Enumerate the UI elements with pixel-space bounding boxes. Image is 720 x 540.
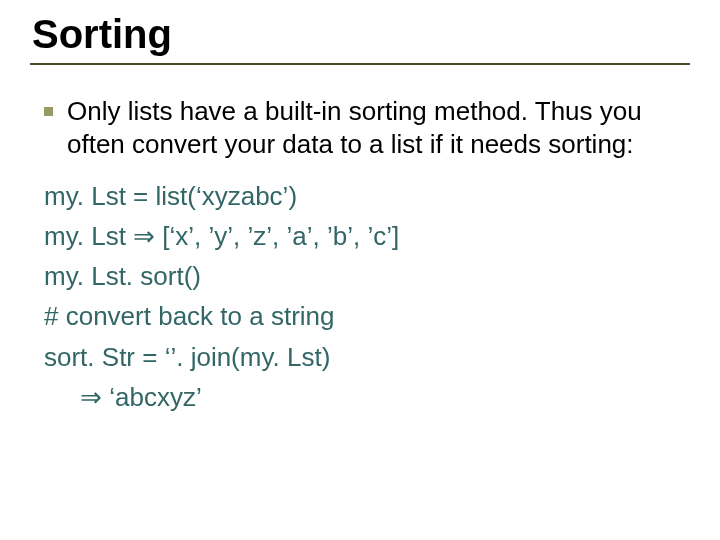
code-line-5: sort. Str = ‘’. join(my. Lst) [44, 337, 680, 377]
slide-title: Sorting [30, 12, 690, 57]
code-line-2: my. Lst ⇒ [‘x’, ’y’, ’z’, ’a’, ’b’, ’c’] [44, 216, 680, 256]
bullet-text: Only lists have a built-in sorting metho… [67, 95, 680, 162]
code-line-4: # convert back to a string [44, 296, 680, 336]
code-block: my. Lst = list(‘xyzabc’) my. Lst ⇒ [‘x’,… [44, 176, 680, 418]
slide-body: Only lists have a built-in sorting metho… [30, 95, 690, 417]
bullet-item: Only lists have a built-in sorting metho… [44, 95, 680, 162]
code-line-3: my. Lst. sort() [44, 256, 680, 296]
square-bullet-icon [44, 107, 53, 116]
code-line-6-text: ‘abcxyz’ [102, 382, 202, 412]
title-rule: Sorting [30, 12, 690, 65]
slide: Sorting Only lists have a built-in sorti… [0, 0, 720, 540]
code-line-6: ⇒ ‘abcxyz’ [44, 377, 680, 417]
code-line-1: my. Lst = list(‘xyzabc’) [44, 176, 680, 216]
arrow-icon: ⇒ [80, 382, 102, 412]
